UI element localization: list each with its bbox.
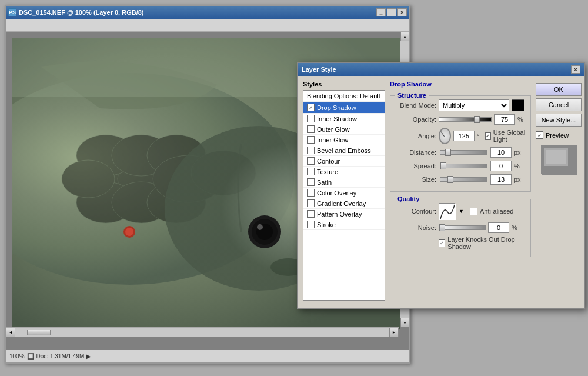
stroke-checkbox[interactable] (307, 221, 315, 228)
distance-slider[interactable] (440, 150, 487, 155)
ps-maximize-btn[interactable]: □ (387, 8, 396, 16)
style-item-contour[interactable]: Contour (303, 156, 385, 167)
ps-minimize-btn[interactable]: _ (376, 8, 386, 16)
distance-slider-thumb[interactable] (445, 149, 451, 156)
structure-group: Structure Blend Mode: Multiply Opacity: (390, 95, 531, 192)
scroll-down-btn[interactable]: ▼ (400, 318, 409, 327)
size-slider-thumb[interactable] (447, 176, 453, 183)
inner-glow-checkbox[interactable] (307, 136, 315, 144)
contour-checkbox[interactable] (307, 157, 315, 165)
style-item-bevel-emboss[interactable]: Bevel and Emboss (303, 145, 385, 156)
texture-checkbox[interactable] (307, 168, 315, 175)
pattern-overlay-label: Pattern Overlay (317, 211, 362, 218)
drop-shadow-checkbox[interactable] (307, 104, 315, 111)
scroll-up-btn[interactable]: ▲ (400, 32, 409, 41)
angle-degree: ° (477, 132, 483, 139)
style-item-outer-glow[interactable]: Outer Glow (303, 124, 385, 135)
inner-glow-label: Inner Glow (317, 137, 348, 144)
size-slider[interactable] (440, 177, 487, 182)
layer-knocks-out-label[interactable]: Layer Knocks Out Drop Shadow (439, 236, 526, 250)
style-item-pattern-overlay[interactable]: Pattern Overlay (303, 209, 385, 219)
anti-aliased-label[interactable]: Anti-aliased (470, 208, 513, 215)
noise-input[interactable] (488, 222, 509, 233)
styles-list: Blending Options: Default Drop Shadow In… (303, 90, 385, 301)
gradient-overlay-label: Gradient Overlay (317, 200, 366, 207)
blend-mode-label: Blend Mode: (395, 102, 436, 109)
angle-widget[interactable] (439, 128, 451, 144)
scroll-left-btn[interactable]: ◄ (6, 328, 15, 337)
outer-glow-checkbox[interactable] (307, 125, 315, 133)
preview-checkbox[interactable] (536, 131, 543, 139)
spread-slider-thumb[interactable] (440, 162, 446, 169)
size-input[interactable] (490, 174, 512, 185)
new-style-button[interactable]: New Style... (536, 114, 582, 127)
noise-unit: % (512, 224, 520, 231)
cancel-button[interactable]: Cancel (536, 98, 582, 111)
pattern-overlay-checkbox[interactable] (307, 210, 315, 218)
angle-label: Angle: (395, 132, 436, 139)
preview-swatch-svg (542, 145, 577, 175)
quality-group: Quality Contour: ▼ Anti-aliased (390, 199, 531, 257)
spread-slider[interactable] (440, 164, 487, 168)
drop-shadow-title: Drop Shadow (390, 81, 531, 89)
noise-slider[interactable] (439, 225, 486, 230)
status-icon: 🔲 (27, 353, 34, 360)
style-item-blending-options[interactable]: Blending Options: Default (303, 91, 385, 102)
inner-shadow-checkbox[interactable] (307, 115, 315, 122)
opacity-slider[interactable] (439, 117, 492, 122)
style-item-drop-shadow[interactable]: Drop Shadow (303, 102, 385, 114)
contour-arrow: ▼ (459, 208, 464, 214)
size-label: Size: (395, 176, 436, 183)
style-item-gradient-overlay[interactable]: Gradient Overlay (303, 198, 385, 209)
distance-input[interactable] (490, 147, 512, 158)
angle-input[interactable] (453, 131, 475, 141)
opacity-input[interactable] (494, 114, 515, 125)
opacity-slider-thumb[interactable] (474, 116, 480, 123)
style-item-texture[interactable]: Texture (303, 167, 385, 177)
svg-point-19 (125, 228, 133, 236)
angle-line (441, 131, 445, 137)
preview-swatch (541, 145, 576, 174)
distance-row: Distance: px (395, 147, 526, 158)
ps-window-title: DSC_0154.NEF @ 100% (Layer 0, RGB/8) (19, 9, 376, 16)
spread-input[interactable] (490, 161, 512, 171)
ps-app-icon: PS (8, 8, 16, 16)
satin-checkbox[interactable] (307, 178, 315, 186)
svg-point-10 (62, 160, 115, 198)
layer-knocks-out-cb[interactable] (439, 239, 445, 247)
color-overlay-checkbox[interactable] (307, 189, 315, 197)
ps-statusbar: 100% 🔲 Doc: 1.31M/1.49M ▶ (6, 350, 409, 362)
scroll-thumb-h[interactable] (27, 330, 51, 335)
scrollbar-horizontal[interactable]: ◄ ► (6, 327, 399, 337)
style-item-color-overlay[interactable]: Color Overlay (303, 188, 385, 198)
dialog-body: Styles Blending Options: Default Drop Sh… (298, 76, 584, 308)
use-global-light-cb[interactable] (485, 132, 491, 140)
style-item-stroke[interactable]: Stroke (303, 219, 385, 230)
angle-row: Angle: ° Use Global Light (395, 128, 526, 144)
anti-aliased-cb[interactable] (470, 208, 477, 215)
blend-mode-row: Blend Mode: Multiply (395, 99, 526, 111)
inner-shadow-label: Inner Shadow (317, 115, 357, 122)
outer-glow-label: Outer Glow (317, 126, 350, 133)
drop-shadow-settings: Drop Shadow Structure Blend Mode: Multip… (390, 81, 531, 303)
bevel-emboss-label: Bevel and Emboss (317, 147, 371, 154)
scroll-right-btn[interactable]: ► (389, 328, 399, 337)
style-item-satin[interactable]: Satin (303, 177, 385, 188)
ps-close-btn[interactable]: × (397, 8, 407, 16)
drop-shadow-label: Drop Shadow (317, 104, 356, 111)
dialog-close-btn[interactable]: × (571, 65, 580, 74)
bevel-emboss-checkbox[interactable] (307, 147, 315, 154)
use-global-light-label[interactable]: Use Global Light (485, 129, 526, 143)
contour-preview[interactable] (439, 203, 455, 219)
shadow-color-swatch[interactable] (512, 99, 524, 111)
ok-button[interactable]: OK (536, 83, 582, 96)
blend-mode-select[interactable]: Multiply (439, 99, 509, 111)
ps-window-controls: _ □ × (376, 8, 407, 16)
style-item-inner-glow[interactable]: Inner Glow (303, 135, 385, 145)
quality-title: Quality (395, 195, 422, 202)
gradient-overlay-checkbox[interactable] (307, 199, 315, 207)
style-item-inner-shadow[interactable]: Inner Shadow (303, 114, 385, 124)
layer-knocks-out-row: Layer Knocks Out Drop Shadow (395, 236, 526, 250)
doc-arrow: ▶ (86, 353, 91, 360)
noise-slider-thumb[interactable] (439, 224, 445, 231)
